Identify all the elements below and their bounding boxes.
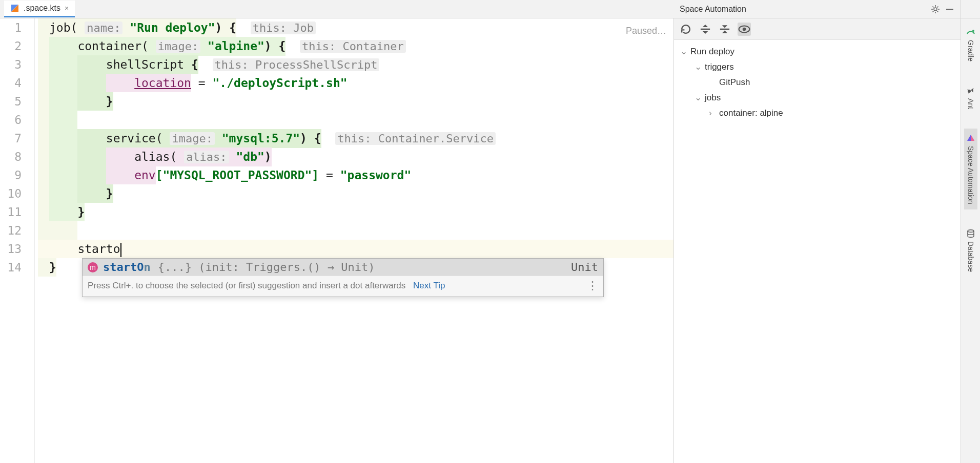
svg-point-7	[743, 27, 746, 31]
code-area[interactable]: Paused… job( name: "Run deploy") { this:…	[35, 18, 673, 463]
svg-rect-3	[946, 9, 953, 10]
method-icon: m	[88, 262, 98, 272]
rail-gradle[interactable]: Gradle	[964, 23, 977, 67]
database-icon	[966, 229, 975, 238]
svg-marker-12	[971, 135, 974, 141]
next-tip-link[interactable]: Next Tip	[413, 281, 445, 290]
ant-icon	[966, 86, 975, 95]
panel-header: Space Automation	[673, 0, 961, 18]
tree-trigger-item[interactable]: GitPush	[680, 75, 954, 90]
rail-database[interactable]: Database	[964, 224, 977, 277]
chevron-right-icon: ›	[709, 106, 716, 121]
autocomplete-popup: m startOn {...} (init: Triggers.() → Uni…	[82, 258, 604, 297]
tab-filename: .space.kts	[24, 4, 60, 13]
rail-space-automation[interactable]: Space Automation	[964, 129, 977, 209]
chevron-down-icon: ⌄	[695, 90, 702, 106]
autocomplete-hint: Press Ctrl+. to choose the selected (or …	[83, 276, 603, 297]
preview-icon[interactable]	[738, 23, 751, 36]
tree-job-item[interactable]: ›container: alpine	[680, 106, 954, 121]
kotlin-file-icon	[10, 4, 19, 13]
more-icon[interactable]: ⋮	[587, 279, 598, 292]
svg-rect-5	[720, 28, 729, 30]
svg-rect-4	[701, 28, 710, 30]
svg-point-13	[968, 229, 974, 232]
file-tab[interactable]: .space.kts ×	[4, 1, 75, 17]
panel-toolbar	[674, 18, 961, 40]
tab-close-icon[interactable]: ×	[65, 4, 69, 12]
space-automation-panel: ⌄Run deploy ⌄triggers GitPush ⌄jobs ›con…	[673, 18, 961, 463]
automation-tree: ⌄Run deploy ⌄triggers GitPush ⌄jobs ›con…	[674, 40, 961, 125]
refresh-icon[interactable]	[679, 23, 692, 36]
collapse-all-icon[interactable]	[718, 23, 731, 36]
autocomplete-signature: {...} (init: Triggers.() → Unit)	[158, 261, 375, 273]
line-number-gutter: 1 2 3 4 5 6 7 8 9 10 11 12 13 14	[0, 18, 28, 463]
space-icon	[966, 134, 975, 143]
tree-jobs[interactable]: ⌄jobs	[680, 90, 954, 106]
chevron-down-icon: ⌄	[680, 44, 687, 59]
chevron-down-icon: ⌄	[695, 59, 702, 75]
svg-point-2	[934, 8, 937, 11]
rail-ant[interactable]: Ant	[964, 81, 977, 114]
editor[interactable]: 1 2 3 4 5 6 7 8 9 10 11 12 13 14 Paused……	[0, 18, 673, 463]
gear-icon[interactable]	[931, 5, 940, 14]
text-caret	[120, 243, 121, 257]
svg-point-8	[972, 30, 974, 32]
panel-title: Space Automation	[680, 5, 927, 14]
minimize-icon[interactable]	[945, 5, 954, 14]
right-tool-rail: Gradle Ant Space Automation Database	[961, 18, 980, 463]
tree-triggers[interactable]: ⌄triggers	[680, 59, 954, 75]
tree-root[interactable]: ⌄Run deploy	[680, 44, 954, 59]
autocomplete-item[interactable]: m startOn {...} (init: Triggers.() → Uni…	[83, 259, 603, 276]
gradle-icon	[966, 28, 975, 37]
tab-bar: .space.kts ×	[0, 0, 673, 18]
fold-gutter	[28, 18, 35, 463]
expand-all-icon[interactable]	[699, 23, 712, 36]
autocomplete-return-type: Unit	[571, 261, 598, 273]
